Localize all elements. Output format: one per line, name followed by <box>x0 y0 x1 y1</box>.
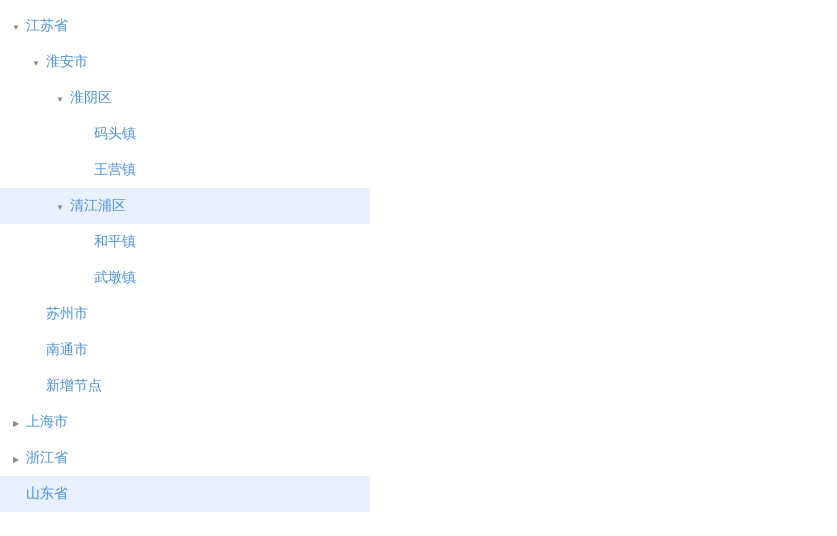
item-label-qingjiangpu: 清江浦区 <box>70 197 370 215</box>
item-label-shanghai: 上海市 <box>26 413 370 431</box>
tree-item-suzhou[interactable]: 苏州市 <box>0 296 370 332</box>
item-label-huaiyin: 淮阴区 <box>70 89 370 107</box>
tree-item-huaian[interactable]: 淮安市 <box>0 44 370 80</box>
tree-item-nantong[interactable]: 南通市 <box>0 332 370 368</box>
arrow-icon-shanghai <box>8 417 24 428</box>
item-label-jiangsu: 江苏省 <box>26 17 370 35</box>
tree-item-qingjiangpu[interactable]: 清江浦区 <box>0 188 370 224</box>
tree-item-shanghai[interactable]: 上海市 <box>0 404 370 440</box>
tree-item-wangying[interactable]: 王营镇 <box>0 152 370 188</box>
tree-item-huaiyin[interactable]: 淮阴区 <box>0 80 370 116</box>
item-label-suzhou: 苏州市 <box>46 305 370 323</box>
tree-view: 江苏省淮安市淮阴区码头镇王营镇清江浦区和平镇武墩镇苏州市南通市新增节点上海市浙江… <box>0 0 370 520</box>
item-label-wumo: 武墩镇 <box>94 269 370 287</box>
item-label-matou: 码头镇 <box>94 125 370 143</box>
tree-item-zhejiang[interactable]: 浙江省 <box>0 440 370 476</box>
item-label-zhejiang: 浙江省 <box>26 449 370 467</box>
tree-item-matou[interactable]: 码头镇 <box>0 116 370 152</box>
item-label-add-node: 新增节点 <box>46 377 370 395</box>
tree-item-wumo[interactable]: 武墩镇 <box>0 260 370 296</box>
arrow-icon-huaiyin <box>52 93 68 104</box>
tree-item-jiangsu[interactable]: 江苏省 <box>0 8 370 44</box>
tree-item-heping[interactable]: 和平镇 <box>0 224 370 260</box>
tree-item-add-node[interactable]: 新增节点 <box>0 368 370 404</box>
item-label-wangying: 王营镇 <box>94 161 370 179</box>
item-label-shandong: 山东省 <box>26 485 370 503</box>
arrow-icon-zhejiang <box>8 453 24 464</box>
arrow-icon-jiangsu <box>8 21 24 32</box>
item-label-nantong: 南通市 <box>46 341 370 359</box>
item-label-heping: 和平镇 <box>94 233 370 251</box>
tree-item-shandong[interactable]: 山东省 <box>0 476 370 512</box>
arrow-icon-qingjiangpu <box>52 201 68 212</box>
arrow-icon-huaian <box>28 57 44 68</box>
item-label-huaian: 淮安市 <box>46 53 370 71</box>
